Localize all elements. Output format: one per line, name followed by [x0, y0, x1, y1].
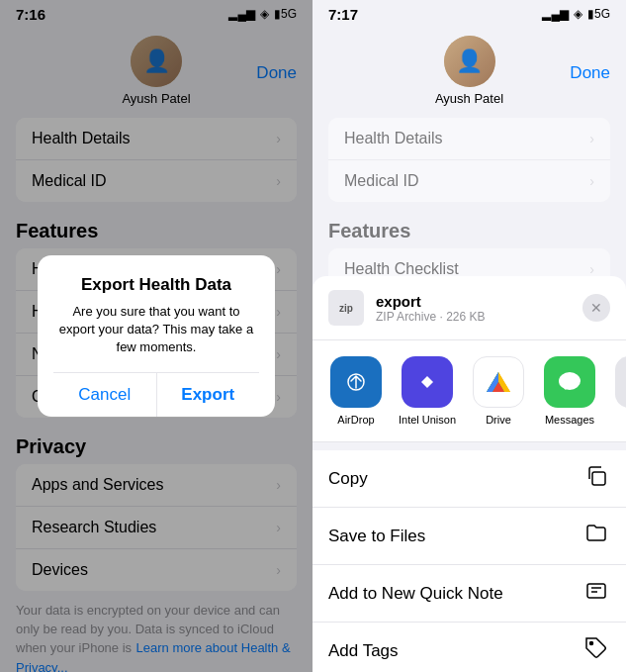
dialog-cancel-button[interactable]: Cancel: [53, 373, 156, 417]
share-sheet-header: zip export ZIP Archive · 226 KB ✕: [313, 276, 626, 340]
files-icon: [582, 522, 610, 550]
messages-label: Messages: [545, 414, 594, 426]
right-signal-icon: ▂▄▆: [542, 7, 569, 21]
svg-rect-14: [592, 472, 605, 485]
intel-icon: [402, 356, 453, 408]
share-actions-list: Copy Save to Files Add to New Quick N: [313, 450, 626, 672]
drive-label: Drive: [486, 414, 511, 426]
right-health-details-item[interactable]: Health Details ›: [328, 118, 610, 160]
airdrop-icon: [330, 356, 382, 408]
right-wifi-icon: ◈: [574, 7, 582, 21]
copy-icon: [582, 464, 610, 493]
right-panel: 7:17 ▂▄▆ ◈ ▮5G 👤 Ayush Patel Done Health…: [313, 0, 626, 672]
share-app-messages[interactable]: Messages: [534, 356, 605, 426]
share-file-meta: ZIP Archive · 226 KB: [376, 310, 571, 324]
quicknote-icon: [582, 579, 610, 608]
right-health-details-chevron: ›: [589, 131, 594, 146]
dialog-title: Export Health Data: [53, 275, 259, 295]
svg-point-9: [559, 372, 581, 390]
right-avatar-img: 👤: [444, 36, 495, 87]
airdrop-label: AirDrop: [337, 414, 374, 426]
share-file-name: export: [376, 293, 571, 310]
messages-icon: [544, 356, 595, 408]
right-battery-icon: ▮5G: [587, 7, 610, 21]
share-apps-row: AirDrop Intel Unison: [313, 340, 626, 442]
right-done-button[interactable]: Done: [570, 63, 610, 83]
share-action-copy-label: Copy: [328, 469, 368, 489]
share-action-quicknote[interactable]: Add to New Quick Note: [313, 565, 626, 623]
right-avatar: 👤: [444, 36, 495, 87]
right-health-section: Health Details › Medical ID ›: [328, 118, 610, 202]
share-file-info: export ZIP Archive · 226 KB: [376, 293, 571, 324]
dialog-export-button[interactable]: Export: [156, 373, 260, 417]
share-app-drive[interactable]: Drive: [463, 356, 534, 426]
share-app-more[interactable]: More: [605, 356, 626, 426]
right-time: 7:17: [328, 6, 358, 23]
share-action-tags-label: Add Tags: [328, 641, 399, 661]
tags-icon: [582, 636, 610, 665]
left-dialog-overlay: Export Health Data Are you sure that you…: [0, 0, 313, 672]
more-icon: [615, 356, 626, 408]
right-status-icons: ▂▄▆ ◈ ▮5G: [542, 7, 610, 21]
svg-rect-15: [587, 584, 605, 598]
intel-label: Intel Unison: [399, 414, 456, 426]
right-status-bar: 7:17 ▂▄▆ ◈ ▮5G: [313, 0, 626, 28]
dialog-message: Are you sure that you want to export you…: [53, 303, 259, 357]
right-medical-id-chevron: ›: [589, 173, 594, 189]
right-profile-header: 👤 Ayush Patel Done: [313, 28, 626, 118]
share-action-copy[interactable]: Copy: [313, 450, 626, 508]
left-panel: 7:16 ▂▄▆ ◈ ▮5G 👤 Ayush Patel Done Health…: [0, 0, 313, 672]
share-close-button[interactable]: ✕: [582, 294, 610, 322]
svg-point-16: [590, 642, 593, 645]
share-sheet: zip export ZIP Archive · 226 KB ✕ AirDro…: [313, 276, 626, 672]
zip-icon: zip: [328, 290, 364, 326]
right-medical-id-label: Medical ID: [344, 172, 419, 190]
right-profile-name: Ayush Patel: [435, 91, 503, 106]
right-health-details-label: Health Details: [344, 130, 443, 147]
share-app-intel[interactable]: Intel Unison: [392, 356, 463, 426]
right-features-title: Features: [313, 204, 626, 248]
share-app-airdrop[interactable]: AirDrop: [320, 356, 392, 426]
drive-icon: [473, 356, 524, 408]
share-action-tags[interactable]: Add Tags: [313, 623, 626, 672]
right-medical-id-item[interactable]: Medical ID ›: [328, 160, 610, 202]
dialog-buttons: Cancel Export: [53, 372, 259, 417]
share-action-files[interactable]: Save to Files: [313, 508, 626, 565]
share-action-files-label: Save to Files: [328, 527, 425, 546]
right-feature-chevron-0: ›: [589, 261, 594, 277]
export-dialog: Export Health Data Are you sure that you…: [38, 255, 275, 418]
share-action-quicknote-label: Add to New Quick Note: [328, 584, 503, 604]
